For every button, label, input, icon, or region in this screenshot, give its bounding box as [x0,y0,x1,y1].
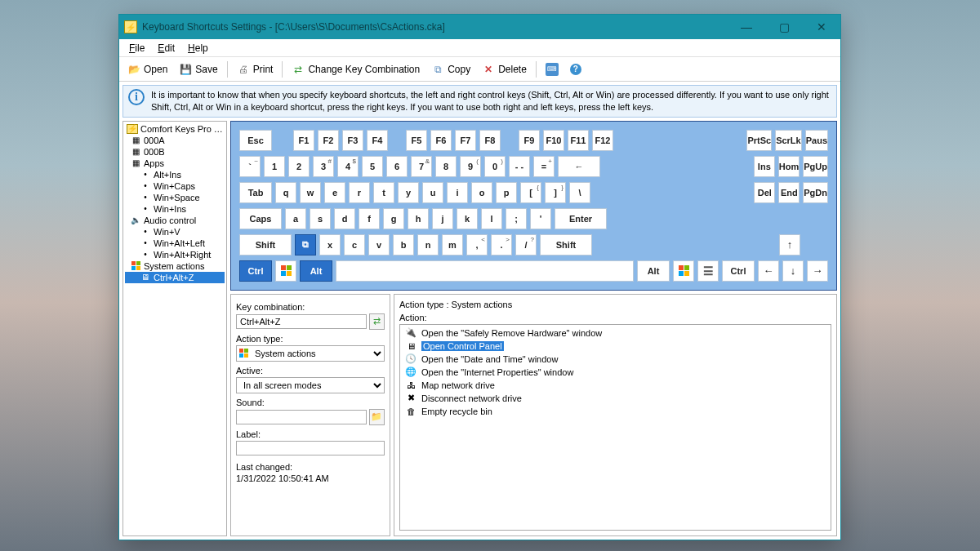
action-item[interactable]: 🔌Open the "Safely Remove Hardware" windo… [402,327,829,340]
browse-sound-button[interactable]: 📁 [369,409,385,425]
key[interactable]: PgDn [803,182,828,203]
key[interactable]: m [442,234,463,256]
tree-group[interactable]: ▦000A [125,135,225,146]
key[interactable]: End [778,182,800,203]
key[interactable]: \ [569,182,590,203]
key[interactable]: ]} [545,182,566,203]
minimize-button[interactable]: — [728,15,765,39]
key-backspace[interactable]: ← [558,156,600,177]
key[interactable]: F10 [543,130,564,151]
key[interactable]: Paus [805,130,828,151]
key[interactable]: v [368,234,390,256]
sound-input[interactable] [236,410,367,424]
key[interactable]: F9 [519,130,540,151]
key-enter[interactable]: Enter [555,208,607,229]
key[interactable]: q [275,182,296,203]
keyboard-button[interactable]: ⌨ [541,60,564,78]
menu-edit[interactable]: Edit [151,41,181,56]
save-button[interactable]: 💾Save [174,60,222,78]
key[interactable]: a [285,208,306,229]
edit-combination-button[interactable]: ⇄ [369,313,385,330]
action-item[interactable]: 🕓Open the "Date and Time" window [402,353,829,366]
key[interactable]: 8 [435,156,457,177]
key-combination-input[interactable] [236,314,367,329]
key-arrow-right[interactable]: → [807,260,828,282]
delete-button[interactable]: ✕Delete [477,60,532,78]
action-item[interactable]: 🗑Empty recycle bin [402,405,829,418]
maximize-button[interactable]: ▢ [765,15,803,39]
tree-group[interactable]: System actions [125,260,225,272]
tree-group[interactable]: ▦000B [125,146,225,158]
action-item[interactable]: 🌐Open the "Internet Properties" window [402,366,829,379]
key[interactable]: F6 [430,130,452,151]
key[interactable]: F4 [367,130,388,151]
help-button[interactable]: ? [565,61,586,78]
key-arrow-left[interactable]: ← [758,260,779,282]
key-shift-right[interactable]: Shift [540,234,592,256]
menu-help[interactable]: Help [181,41,215,56]
key[interactable]: F11 [568,130,589,151]
key[interactable]: 4$ [337,156,359,177]
key[interactable]: r [349,182,370,203]
tree-group[interactable]: ▦Apps [125,158,225,169]
key[interactable]: Ins [754,156,775,177]
key[interactable]: - - [509,156,530,177]
key-win[interactable] [275,260,296,282]
tree-item[interactable]: •Win+Alt+Left [125,238,225,249]
tree-item[interactable]: •Alt+Ins [125,169,225,180]
key[interactable]: x [319,234,341,256]
key[interactable]: g [383,208,404,229]
key[interactable]: d [334,208,355,229]
key-ctrl-right[interactable]: Ctrl [722,260,755,282]
key-alt-right[interactable]: Alt [637,260,670,282]
key[interactable]: F2 [318,130,339,151]
close-button[interactable]: ✕ [803,15,840,39]
key[interactable]: /? [515,234,537,256]
key[interactable]: =+ [533,156,555,177]
change-combination-button[interactable]: ⇄Change Key Combination [287,60,425,78]
tree-item[interactable]: •Win+V [125,226,225,238]
key[interactable]: `~ [239,156,261,177]
key[interactable]: PgUp [803,156,828,177]
key[interactable]: 3# [313,156,334,177]
key-menu[interactable]: ☰ [697,260,719,282]
open-button[interactable]: 📂Open [122,60,172,78]
key-caps[interactable]: Caps [239,208,282,229]
key-shift-left[interactable]: Shift [239,234,292,256]
key[interactable]: F8 [479,130,501,151]
key[interactable]: ,< [466,234,488,256]
print-button[interactable]: 🖨Print [232,60,278,78]
key[interactable]: Hom [778,156,800,177]
key-tab[interactable]: Tab [239,182,272,203]
key[interactable]: s [310,208,331,229]
key[interactable]: F1 [293,130,314,151]
label-input[interactable] [236,441,385,455]
key[interactable]: F5 [406,130,427,151]
key[interactable]: b [393,234,414,256]
tree-item[interactable]: 🖥Ctrl+Alt+Z [125,272,225,283]
key[interactable]: w [300,182,321,203]
key[interactable]: t [373,182,394,203]
key-win[interactable] [673,260,694,282]
key[interactable]: c [344,234,365,256]
tree-item[interactable]: •Win+Caps [125,180,225,192]
key[interactable]: h [408,208,429,229]
key-arrow-up[interactable]: ↑ [779,234,800,256]
key-ctrl-left[interactable]: Ctrl [239,260,272,282]
tree-pane[interactable]: ⚡ Comfort Keys Pro actions ▦000A▦000B▦Ap… [122,121,227,536]
key-z[interactable]: ⧉ [295,234,316,256]
action-item[interactable]: 🖧Map network drive [402,379,829,392]
key[interactable]: 0) [484,156,506,177]
tree-root[interactable]: ⚡ Comfort Keys Pro actions [125,123,225,135]
key[interactable]: PrtSc [746,130,772,151]
menu-file[interactable]: File [122,41,151,56]
key[interactable]: o [471,182,492,203]
key[interactable]: u [422,182,443,203]
key[interactable]: 5 [362,156,383,177]
key[interactable]: n [417,234,439,256]
action-type-select[interactable]: System actions [236,345,385,362]
action-item[interactable]: ✖Disconnect network drive [402,392,829,405]
key[interactable]: F12 [592,130,613,151]
key[interactable]: F3 [342,130,363,151]
key[interactable]: y [398,182,419,203]
